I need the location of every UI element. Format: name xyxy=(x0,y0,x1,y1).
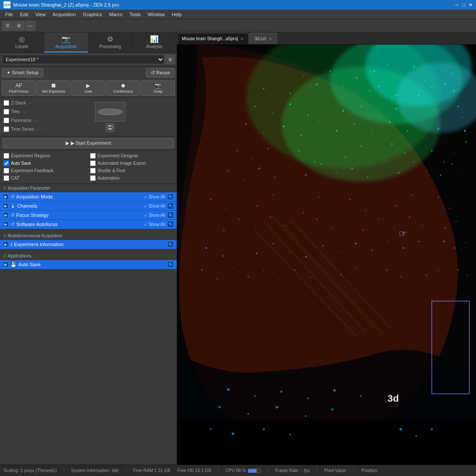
software-autofocus-edit[interactable]: ✎ xyxy=(167,221,174,228)
mouse-brain-tab-close[interactable]: ✕ xyxy=(240,37,244,41)
toolbar-btn-1[interactable]: ☰ xyxy=(2,21,13,31)
tab-analysis[interactable]: 📊 Analysis xyxy=(132,32,177,52)
menu-macro[interactable]: Macro xyxy=(106,11,126,18)
live-btn[interactable]: ▶ Live xyxy=(71,80,105,96)
close-btn[interactable]: ✕ xyxy=(469,2,473,8)
snap-btn[interactable]: 📷 Snap xyxy=(141,80,175,96)
automation-cb[interactable] xyxy=(90,175,96,181)
svg-point-10 xyxy=(263,88,264,90)
svg-point-106 xyxy=(318,196,320,198)
svg-point-50 xyxy=(424,79,426,80)
tiles-checkbox[interactable] xyxy=(3,109,9,115)
experiment-information-expand[interactable]: ▶ xyxy=(3,241,9,247)
experiment-designer-cb[interactable] xyxy=(90,153,96,159)
3d-czi-tab-close[interactable]: ✕ xyxy=(269,37,272,41)
svg-point-60 xyxy=(442,99,443,100)
time-series-checkbox[interactable] xyxy=(3,126,9,132)
automated-image-export-cb[interactable] xyxy=(90,160,96,166)
tab-acquisition[interactable]: 📷 Acquisition xyxy=(44,32,88,52)
svg-point-64 xyxy=(464,130,466,132)
experiment-information-row[interactable]: ▶ ℹ Experiment Information ✎ xyxy=(0,240,177,249)
svg-point-174 xyxy=(254,395,256,397)
tab-locate[interactable]: ◎ Locate xyxy=(0,32,44,52)
continuous-btn[interactable]: ⏺ Continuous xyxy=(106,80,140,96)
tab-processing[interactable]: ⚙ Processing xyxy=(88,32,132,52)
experiment-settings-btn[interactable]: ⚙ xyxy=(165,55,175,64)
toolbar-btn-3[interactable]: — xyxy=(25,21,35,31)
smart-setup-button[interactable]: ✦ Smart Setup xyxy=(2,68,43,77)
svg-point-179 xyxy=(219,406,221,408)
menu-help[interactable]: Help xyxy=(168,11,185,18)
software-autofocus-expand[interactable]: ▶ xyxy=(3,221,9,227)
acquisition-mode-show-all[interactable]: ✓ Show All xyxy=(144,195,165,199)
scaling-label: Scaling: 1 px/px (Theoretic) xyxy=(3,468,57,473)
menu-window[interactable]: Window xyxy=(144,11,168,18)
brain-image-svg: 3d ☞ xyxy=(177,45,476,465)
find-focus-btn[interactable]: AF Find Focus xyxy=(2,80,36,96)
menu-tools[interactable]: Tools xyxy=(126,11,144,18)
divider-6 xyxy=(354,468,354,474)
svg-point-148 xyxy=(431,247,432,248)
save-icon-btn[interactable] xyxy=(106,123,115,132)
software-autofocus-row[interactable]: ▶ ↺ Software Autofocus ✓ Show All ✎ xyxy=(0,220,177,229)
3d-czi-tab[interactable]: 3d.czi ✕ xyxy=(250,33,277,44)
svg-point-45 xyxy=(438,128,439,129)
svg-point-29 xyxy=(360,106,361,107)
auto-save-app-expand[interactable]: ▶ xyxy=(3,261,9,268)
reuse-button[interactable]: ↺ Reuse xyxy=(146,68,175,77)
focus-strategy-show-all[interactable]: ✓ Show All xyxy=(144,213,165,218)
channels-edit[interactable]: ✎ xyxy=(167,202,174,209)
channels-show-all[interactable]: ✓ Show All xyxy=(144,204,165,208)
mouse-brain-tab[interactable]: Mouse brain Shangh...a5proj ✕ xyxy=(177,33,249,44)
experiment-regions-cb[interactable] xyxy=(3,153,9,159)
svg-point-91 xyxy=(367,177,368,178)
pixel-value-label: Pixel Value: xyxy=(324,468,347,473)
focus-strategy-row[interactable]: ▶ ↺ Focus Strategy ✓ Show All ✎ xyxy=(0,211,177,220)
svg-point-165 xyxy=(400,276,401,278)
system-info-label: System Information: xyxy=(71,468,110,473)
svg-point-142 xyxy=(338,252,339,253)
experiment-select[interactable]: Experiment18 * xyxy=(2,55,164,64)
auto-save-cb[interactable] xyxy=(3,160,9,166)
experiment-information-edit[interactable]: ✎ xyxy=(167,241,174,248)
toolbar-btn-2[interactable]: ⊞ xyxy=(14,21,24,31)
smart-setup-bar: ✦ Smart Setup ↺ Reuse xyxy=(0,66,177,79)
menu-file[interactable]: File xyxy=(2,11,17,18)
svg-point-89 xyxy=(336,172,337,173)
menu-view[interactable]: View xyxy=(32,11,49,18)
svg-point-185 xyxy=(232,432,234,435)
software-autofocus-show-all[interactable]: ✓ Show All xyxy=(144,222,165,227)
menu-bar: File Edit View Acquisition Graphics Macr… xyxy=(0,10,476,19)
set-exposure-btn[interactable]: 🔲 Set Exposure xyxy=(37,80,71,96)
svg-point-40 xyxy=(354,124,355,125)
cat-cb[interactable] xyxy=(3,175,9,181)
svg-point-123 xyxy=(316,219,318,220)
menu-acquisition[interactable]: Acquisition xyxy=(49,11,79,18)
panorama-checkbox[interactable] xyxy=(3,118,9,123)
menu-graphics[interactable]: Graphics xyxy=(80,11,106,18)
svg-point-118 xyxy=(239,219,240,220)
acquisition-mode-expand[interactable]: ▶ xyxy=(3,194,9,200)
z-stack-checkbox[interactable] xyxy=(3,100,9,106)
menu-edit[interactable]: Edit xyxy=(17,11,32,18)
acquisition-mode-edit[interactable]: ✎ xyxy=(167,193,174,200)
experiment-feedback-cb[interactable] xyxy=(3,168,9,174)
svg-point-76 xyxy=(391,143,393,145)
divider-3 xyxy=(218,468,219,474)
svg-point-130 xyxy=(421,225,423,226)
acquisition-mode-row[interactable]: ▶ ↺ Acquisition Mode ✓ Show All ✎ xyxy=(0,192,177,202)
tab-processing-label: Processing xyxy=(99,44,121,49)
channels-row[interactable]: ▶ ▲ Channels ✓ Show All ✎ xyxy=(0,202,177,211)
snap-label: Snap xyxy=(153,89,163,94)
focus-strategy-edit[interactable]: ✎ xyxy=(167,212,174,219)
maximize-btn[interactable]: □ xyxy=(462,2,465,8)
focus-strategy-expand[interactable]: ▶ xyxy=(3,212,9,218)
start-experiment-btn[interactable]: ▶ ▶ Start Experiment xyxy=(3,138,174,148)
svg-point-47 xyxy=(387,64,388,65)
minimize-btn[interactable]: ─ xyxy=(455,2,459,8)
channels-expand[interactable]: ▶ xyxy=(3,203,9,209)
auto-save-app-row[interactable]: ▶ 💾 Auto Save ✎ xyxy=(0,260,177,269)
auto-save-app-edit[interactable]: ✎ xyxy=(167,261,174,268)
shuttle-find-cb[interactable] xyxy=(90,168,96,174)
mode-tabs: ◎ Locate 📷 Acquisition ⚙ Processing 📊 An… xyxy=(0,32,177,53)
